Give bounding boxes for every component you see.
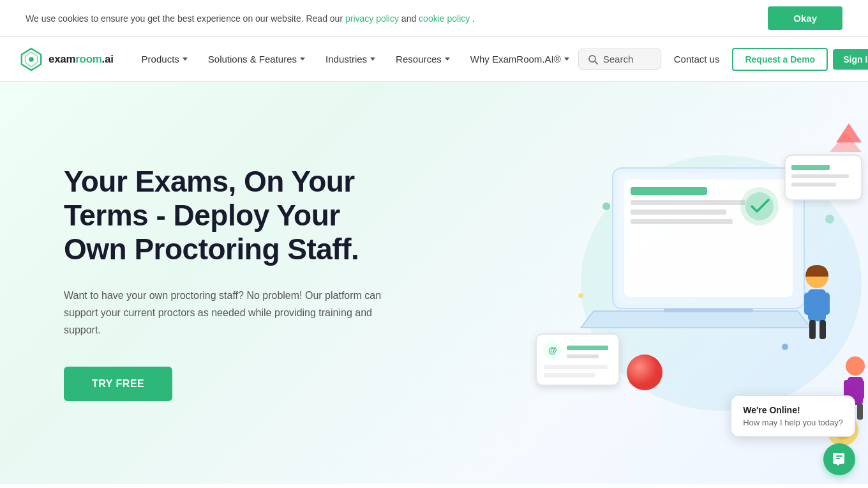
svg-rect-31 [809, 320, 816, 339]
nav-item-industries[interactable]: Industries [317, 49, 384, 70]
svg-rect-32 [819, 320, 826, 339]
chevron-down-icon [445, 57, 450, 61]
chat-widget: We're Online! How may I help you today? [731, 395, 855, 475]
svg-rect-9 [631, 187, 707, 195]
cookie-message: We use cookies to ensure you get the bes… [26, 13, 475, 24]
nav-links: Products Solutions & Features Industries… [133, 49, 578, 70]
svg-rect-38 [857, 404, 863, 420]
chat-bubble: We're Online! How may I help you today? [731, 395, 855, 437]
logo-icon [19, 47, 43, 72]
chevron-down-icon [183, 57, 188, 61]
svg-point-44 [602, 202, 610, 210]
svg-rect-30 [822, 293, 830, 315]
svg-rect-12 [631, 219, 733, 224]
hero-content: Your Exams, On Your Terms - Deploy Your … [0, 126, 460, 439]
nav-item-why[interactable]: Why ExamRoom.AI® [461, 49, 578, 70]
svg-rect-25 [544, 365, 608, 369]
nav-item-resources[interactable]: Resources [387, 49, 459, 70]
search-icon [588, 54, 598, 65]
svg-rect-17 [791, 165, 830, 170]
svg-point-43 [627, 355, 662, 390]
cookie-policy-link[interactable]: cookie policy [419, 13, 470, 24]
svg-rect-11 [631, 210, 726, 215]
svg-point-33 [846, 356, 865, 376]
svg-line-4 [595, 61, 597, 64]
privacy-policy-link[interactable]: privacy policy [345, 13, 399, 24]
svg-point-46 [578, 293, 583, 298]
chevron-down-icon [564, 57, 569, 61]
chat-icon [832, 452, 847, 467]
svg-rect-26 [544, 373, 595, 377]
svg-text:@: @ [548, 345, 557, 355]
contact-us-link[interactable]: Contact us [666, 49, 728, 70]
svg-point-2 [29, 57, 34, 62]
navbar: examroom.ai Products Solutions & Feature… [0, 37, 868, 82]
svg-rect-10 [631, 200, 745, 205]
hero-title: Your Exams, On Your Terms - Deploy Your … [64, 165, 408, 266]
nav-item-products[interactable]: Products [133, 49, 197, 70]
svg-rect-36 [858, 380, 864, 399]
sign-in-button[interactable]: Sign In → [833, 49, 868, 70]
svg-point-14 [745, 192, 774, 220]
svg-point-47 [825, 215, 834, 224]
chat-open-button[interactable] [823, 443, 855, 475]
svg-rect-29 [804, 293, 812, 315]
hero-subtitle: Want to have your own proctoring staff? … [64, 287, 408, 339]
svg-rect-15 [664, 309, 753, 312]
chevron-down-icon [370, 57, 375, 61]
chevron-down-icon [300, 57, 305, 61]
request-demo-button[interactable]: Request a Demo [732, 48, 828, 71]
chat-help-label: How may I help you today? [743, 418, 843, 427]
svg-rect-24 [567, 355, 599, 358]
svg-rect-23 [567, 346, 608, 350]
logo-text: examroom.ai [49, 53, 114, 66]
svg-rect-18 [791, 174, 849, 178]
logo[interactable]: examroom.ai [19, 47, 114, 72]
try-free-button[interactable]: TRY FREE [64, 367, 172, 401]
search-box[interactable]: Search [578, 49, 661, 70]
nav-item-solutions[interactable]: Solutions & Features [199, 49, 314, 70]
svg-rect-19 [791, 183, 836, 187]
chat-online-label: We're Online! [743, 405, 843, 415]
cookie-ok-button[interactable]: Okay [768, 6, 842, 30]
cookie-banner: We use cookies to ensure you get the bes… [0, 0, 868, 37]
nav-right: Search Contact us Request a Demo Sign In… [578, 48, 868, 71]
svg-point-45 [782, 344, 788, 350]
